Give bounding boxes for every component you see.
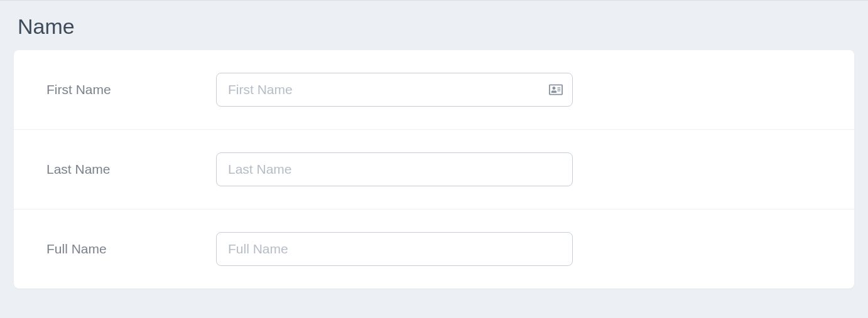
full-name-input-wrap [216, 232, 573, 266]
full-name-input[interactable] [216, 232, 573, 266]
id-card-icon [549, 83, 563, 96]
last-name-row: Last Name [14, 130, 854, 209]
name-form-card: First Name Last Name Full Name [14, 50, 854, 289]
first-name-input-wrap [216, 73, 573, 107]
last-name-input-wrap [216, 152, 573, 186]
first-name-label: First Name [46, 82, 216, 97]
last-name-input[interactable] [216, 152, 573, 186]
last-name-label: Last Name [46, 162, 216, 177]
full-name-row: Full Name [14, 209, 854, 289]
first-name-row: First Name [14, 50, 854, 130]
full-name-label: Full Name [46, 241, 216, 257]
page-title: Name [0, 1, 868, 50]
first-name-input[interactable] [216, 73, 573, 107]
